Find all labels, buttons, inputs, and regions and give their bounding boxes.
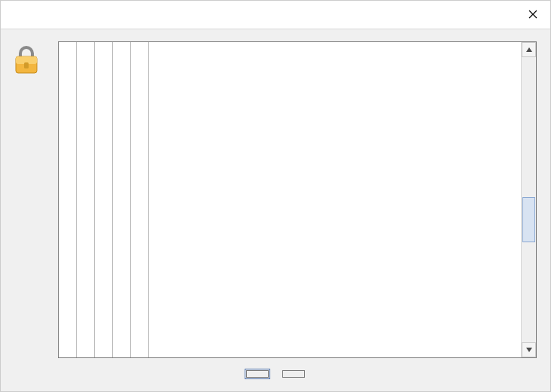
dialog-body (1, 29, 550, 361)
scroll-down-button[interactable] (522, 342, 536, 357)
scroll-thumb[interactable] (522, 197, 535, 242)
scroll-up-button[interactable] (522, 42, 536, 57)
tree-ancestor-guides (59, 42, 149, 357)
svg-rect-2 (24, 62, 29, 68)
close-icon (528, 8, 537, 22)
dialog-icon-column (11, 41, 47, 358)
dialog-button-row (1, 361, 550, 391)
vertical-scrollbar[interactable] (521, 42, 536, 357)
close-button[interactable] (516, 1, 550, 29)
accept-button[interactable] (246, 370, 269, 378)
key-directory-dialog (0, 0, 551, 392)
chevron-down-icon (525, 347, 533, 353)
scroll-track[interactable] (522, 57, 536, 342)
cancel-button[interactable] (282, 370, 305, 378)
lock-icon (11, 44, 41, 80)
title-bar (1, 1, 550, 29)
chevron-up-icon (525, 47, 533, 53)
directory-tree[interactable] (58, 41, 537, 358)
